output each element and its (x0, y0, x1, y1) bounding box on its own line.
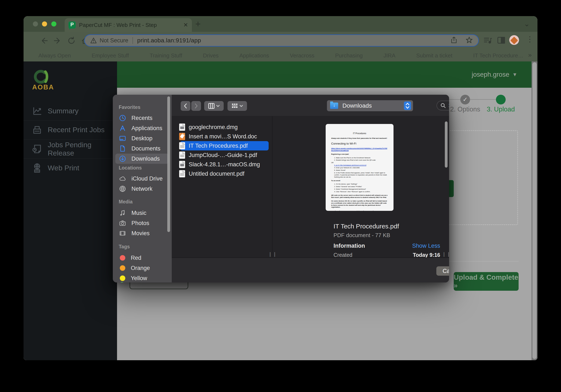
file-name: Untitled document.pdf (189, 170, 244, 177)
column-resize-grip-2[interactable]: ❘❘ (442, 252, 449, 257)
not-secure-label[interactable]: Not Secure (100, 37, 128, 44)
bookmark-icon (374, 53, 381, 58)
sidebar-item-documents[interactable]: Documents (115, 143, 169, 154)
location-stepper-icon[interactable] (404, 102, 411, 110)
red-tag-icon (120, 255, 125, 261)
share-icon[interactable] (450, 36, 458, 44)
reload-button[interactable] (67, 36, 76, 45)
bookmark-item[interactable]: Employee Stuff (82, 52, 129, 59)
address-bar[interactable]: Not Secure print.aoba.lan:9191/app (84, 34, 479, 47)
sidebar-item-movies[interactable]: Movies (115, 228, 169, 238)
cancel-button[interactable]: Cancel (436, 266, 449, 276)
dialog-back-button[interactable] (181, 101, 190, 111)
bookmark-item[interactable]: Drives (194, 52, 219, 59)
pdf-line: 1. Make sure the iPad is on the Enrollme… (334, 157, 388, 159)
username-label: joseph.grose (472, 71, 509, 78)
file-row[interactable]: Slack-4.28.1…-macOS.dmg (172, 160, 272, 169)
bookmarks-overflow-icon[interactable]: » (528, 51, 532, 58)
new-tab-button[interactable]: + (195, 19, 201, 29)
group-by-button[interactable] (227, 101, 247, 111)
preview-scrollbar-thumb[interactable] (445, 121, 448, 168)
yellow-tag-icon (120, 275, 125, 281)
downloads-folder-icon (330, 103, 338, 109)
bookmark-icon (407, 53, 413, 58)
bookmark-label: Drives (203, 52, 219, 59)
file-row[interactable]: JumpCloud-…-Guide-1.pdf (172, 150, 272, 160)
sidebar-item-web-print[interactable]: Web Print (23, 159, 117, 177)
page-scrollbar-thumb[interactable] (532, 62, 537, 359)
file-type-icon (179, 133, 185, 140)
dialog-search-field[interactable]: Search (437, 101, 449, 110)
bookmark-item[interactable]: JIRA (374, 52, 395, 59)
url-text[interactable]: print.aoba.lan:9191/app (137, 37, 201, 44)
music-note-icon (119, 210, 126, 216)
forward-button[interactable] (54, 36, 62, 45)
bookmark-item[interactable]: Veracross (280, 52, 314, 59)
pdf-line: 6. In the Profile window that appears, p… (334, 172, 388, 178)
sidebar-item-recent-print-jobs[interactable]: Recent Print Jobs (23, 120, 117, 139)
green-header: joseph.grose ▼ (117, 62, 538, 88)
file-row[interactable]: IT Tech Procedures.pdf (172, 141, 272, 150)
bookmark-item[interactable]: IT Tech Procedure… (464, 52, 524, 59)
bookmark-item[interactable]: Applications (230, 52, 269, 59)
pdf-line: Connecting to Wi-Fi (331, 142, 388, 146)
side-panel-icon[interactable] (496, 36, 506, 46)
traffic-close-button[interactable] (33, 21, 38, 26)
camera-icon (119, 220, 126, 226)
sidebar-item-icloud[interactable]: iCloud Drive (115, 174, 169, 184)
sidebar-item-music[interactable]: Music (115, 208, 169, 218)
preview-information-label: Information (334, 243, 365, 249)
sidebar-item-tag-orange[interactable]: Orange (115, 263, 169, 273)
sidebar-item-tag-yellow[interactable]: Yellow (115, 273, 169, 282)
dialog-toolbar: Downloads Search (172, 95, 449, 116)
file-name: Slack-4.28.1…-macOS.dmg (189, 161, 260, 168)
sidebar-item-photos[interactable]: Photos (115, 218, 169, 228)
browser-tab[interactable]: PaperCut MF : Web Print - Step ✕ (65, 18, 192, 32)
dialog-sidebar-scrollbar[interactable] (167, 96, 170, 232)
file-row[interactable]: googlechrome.dmg (172, 122, 272, 132)
traffic-lights[interactable] (33, 21, 60, 27)
profile-avatar[interactable] (509, 35, 519, 45)
tab-search-chevron-icon[interactable]: ⌄ (524, 20, 530, 28)
location-dropdown[interactable]: Downloads (327, 100, 413, 111)
column-divider[interactable] (272, 116, 272, 257)
pdf-line: 3. go to http://aobajapan.jamfcloud.com/… (334, 164, 388, 166)
bookmark-star-icon[interactable] (466, 36, 473, 44)
file-type-icon (179, 124, 185, 131)
sidebar-item-applications[interactable]: Applications (115, 123, 169, 133)
network-globe-icon (119, 185, 126, 192)
pdf-line: On some devices OS 15.1 or later a profi… (331, 200, 388, 209)
file-row[interactable]: Untitled document.pdf (172, 169, 272, 178)
bookmark-item[interactable]: Training Stuff (140, 52, 182, 59)
bookmark-item[interactable]: Submit a ticket (407, 52, 453, 59)
bookmark-item[interactable]: Purchasing (326, 52, 363, 59)
browser-menu-icon[interactable]: ⋮ (526, 35, 534, 44)
dialog-forward-button[interactable] (191, 101, 201, 111)
sidebar-item-network[interactable]: Network (115, 184, 169, 194)
bookmark-item[interactable]: Always Open (29, 52, 71, 59)
traffic-minimize-button[interactable] (42, 21, 47, 26)
traffic-zoom-button[interactable] (51, 21, 56, 26)
sidebar-item-summary[interactable]: Summary (23, 102, 117, 121)
back-button[interactable] (40, 36, 48, 45)
media-controls-icon[interactable] (483, 36, 493, 46)
sidebar-item-recents[interactable]: Recents (115, 113, 169, 123)
file-row[interactable]: Insert a movi…S Word.doc (172, 132, 272, 141)
sidebar-item-tag-red[interactable]: Red (115, 253, 169, 263)
file-list: googlechrome.dmg Insert a movi…S Word.do… (172, 122, 272, 178)
column-resize-grip[interactable]: ❘❘ (268, 252, 277, 257)
upload-complete-button[interactable]: Upload & Complete » (454, 272, 518, 291)
pdf-thumbnail[interactable]: IT ProceduresAlways ask students if they… (326, 124, 393, 211)
user-menu[interactable]: joseph.grose ▼ (472, 71, 517, 78)
step-options-circle: ✓ (460, 95, 470, 105)
file-open-dialog: Favorites Recents Applications Desktop D… (113, 95, 449, 282)
show-less-link[interactable]: Show Less (412, 243, 440, 249)
pdf-line: 2. Select “General” and select “Profiles… (334, 186, 388, 188)
tab-close-icon[interactable]: ✕ (183, 21, 188, 28)
sidebar-item-desktop[interactable]: Desktop (115, 133, 169, 143)
column-view-button[interactable] (204, 101, 224, 111)
sidebar-item-jobs-pending-release[interactable]: Jobs Pending Release (23, 139, 117, 159)
chart-icon (32, 106, 42, 116)
user-chevron-icon: ▼ (512, 72, 517, 78)
sidebar-item-downloads[interactable]: Downloads (115, 154, 169, 164)
